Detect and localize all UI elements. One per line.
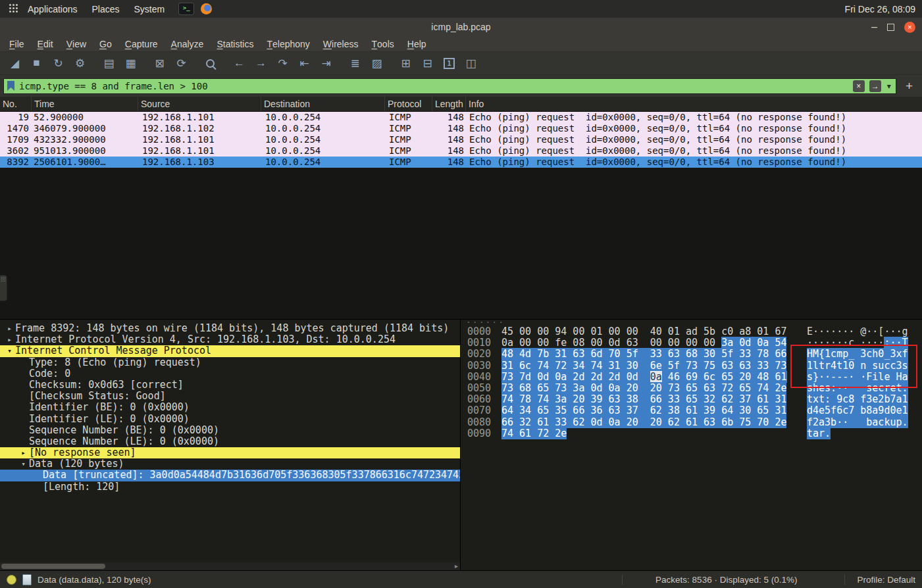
- detail-line[interactable]: Type: 8 (Echo (ping) request): [0, 357, 460, 368]
- packet-row[interactable]: 1952.900000192.168.1.10110.0.0.254ICMP14…: [0, 112, 922, 123]
- save-file-button[interactable]: ▦: [120, 54, 141, 72]
- go-forward-button[interactable]: →: [250, 54, 272, 72]
- menu-file[interactable]: File: [3, 36, 31, 51]
- find-packet-button[interactable]: [199, 54, 221, 72]
- capture-stop-button[interactable]: ■: [26, 54, 47, 72]
- collapse-arrow-icon[interactable]: ▾: [4, 345, 15, 356]
- column-header-no[interactable]: No.: [0, 97, 32, 111]
- filter-add-button[interactable]: +: [900, 79, 919, 93]
- menu-statistics[interactable]: Statistics: [210, 36, 260, 51]
- column-header-destination[interactable]: Destination: [261, 97, 385, 111]
- filter-bookmark-icon[interactable]: [7, 81, 14, 91]
- detail-line[interactable]: ▸[No response seen]: [0, 447, 460, 458]
- panel-menu-applications[interactable]: Applications: [20, 0, 85, 18]
- detail-line[interactable]: Checksum: 0x0d63 [correct]: [0, 380, 460, 391]
- colorize-packets-button[interactable]: ▨: [366, 54, 388, 72]
- packet-row[interactable]: 3602951013.900000192.168.1.10110.0.0.254…: [0, 145, 922, 157]
- go-first-packet-button[interactable]: ⇤: [294, 54, 315, 72]
- panel-menu-system[interactable]: System: [127, 0, 172, 18]
- applications-grid-icon[interactable]: [9, 4, 11, 6]
- go-to-packet-button[interactable]: ↷: [272, 54, 294, 72]
- resize-columns-button[interactable]: ◫: [460, 54, 482, 72]
- hex-row[interactable]: 009074 61 72 2etar.: [461, 428, 922, 439]
- scrollbar-thumb[interactable]: [1, 564, 105, 569]
- hex-row[interactable]: 005073 68 65 73 3a 0d 0a 20 20 73 65 63 …: [461, 383, 922, 394]
- zoom-normal-button[interactable]: 1: [438, 54, 460, 72]
- detail-line[interactable]: [Length: 120]: [0, 481, 460, 493]
- detail-line[interactable]: Identifier (BE): 0 (0x0000): [0, 402, 460, 413]
- capture-start-button[interactable]: ◢: [4, 54, 26, 72]
- filter-apply-button[interactable]: →: [869, 80, 881, 92]
- detail-line[interactable]: Data [truncated]: 3a0d0a54484d7b31636d70…: [0, 470, 460, 481]
- zoom-in-button[interactable]: ⊞: [395, 54, 417, 72]
- detail-line[interactable]: Sequence Number (BE): 0 (0x0000): [0, 425, 460, 436]
- auto-scroll-button[interactable]: ≣: [344, 54, 366, 72]
- menu-wireless[interactable]: Wireless: [317, 36, 365, 51]
- menu-view[interactable]: View: [60, 36, 93, 51]
- expand-arrow-icon[interactable]: ▸: [4, 323, 15, 334]
- go-last-packet-button[interactable]: ⇥: [315, 54, 337, 72]
- close-button[interactable]: ×: [904, 22, 915, 33]
- reload-file-button[interactable]: ⟳: [170, 54, 192, 72]
- detail-line[interactable]: [Checksum Status: Good]: [0, 391, 460, 402]
- go-back-button[interactable]: ←: [228, 54, 250, 72]
- pane-splitter-grip[interactable]: [0, 275, 7, 301]
- column-header-protocol[interactable]: Protocol: [385, 97, 432, 111]
- panel-menu-places[interactable]: Places: [85, 0, 127, 18]
- scroll-right-button[interactable]: ▸: [455, 562, 458, 570]
- expand-arrow-icon[interactable]: ▸: [18, 447, 29, 458]
- column-header-source[interactable]: Source: [138, 97, 261, 111]
- detail-line[interactable]: ▸Frame 8392: 148 bytes on wire (1184 bit…: [0, 323, 460, 334]
- detail-line[interactable]: Identifier (LE): 0 (0x0000): [0, 414, 460, 425]
- capture-restart-button[interactable]: ↻: [47, 54, 69, 72]
- hex-row[interactable]: 003031 6c 74 72 34 74 31 30 6e 5f 73 75 …: [461, 360, 922, 372]
- packet-row[interactable]: 1709432332.900000192.168.1.10110.0.0.254…: [0, 134, 922, 145]
- capture-options-button[interactable]: ⚙: [69, 54, 91, 72]
- column-header-info[interactable]: Info: [466, 97, 922, 111]
- packet-row[interactable]: 83922506101.9000…192.168.1.10310.0.0.254…: [0, 157, 922, 168]
- menu-go[interactable]: Go: [93, 36, 118, 51]
- menu-edit[interactable]: Edit: [31, 36, 60, 51]
- filter-clear-button[interactable]: ×: [853, 80, 865, 92]
- menu-help[interactable]: Help: [401, 36, 433, 51]
- detail-line[interactable]: ▾Internet Control Message Protocol: [0, 345, 460, 356]
- column-header-time[interactable]: Time: [32, 97, 138, 111]
- detail-line[interactable]: ▾Data (120 bytes): [0, 458, 460, 470]
- menu-analyze[interactable]: Analyze: [165, 36, 211, 51]
- hex-row[interactable]: 007064 34 65 35 66 36 63 37 62 38 61 39 …: [461, 405, 922, 416]
- hex-segment: 3a 0d 0a 54: [721, 337, 786, 349]
- filter-dropdown-icon[interactable]: ▾: [887, 82, 891, 91]
- menu-telephony[interactable]: Telephony: [260, 36, 316, 51]
- panel-clock[interactable]: Fri Dec 26, 08:09: [845, 4, 915, 14]
- hex-row[interactable]: 002048 4d 7b 31 63 6d 70 5f 33 63 68 30 …: [461, 349, 922, 360]
- terminal-launcher-icon[interactable]: >_: [178, 3, 194, 15]
- menu-capture[interactable]: Capture: [118, 36, 165, 51]
- hex-row[interactable]: 006074 78 74 3a 20 39 63 38 66 33 65 32 …: [461, 394, 922, 405]
- hex-row[interactable]: 004073 7d 0d 0a 2d 2d 2d 0d 0a 46 69 6c …: [461, 372, 922, 383]
- display-filter-input[interactable]: icmp.type == 8 and frame.len > 100 × → ▾: [3, 78, 896, 94]
- details-horizontal-scrollbar[interactable]: ▸: [0, 562, 461, 570]
- detail-line[interactable]: ▸Internet Protocol Version 4, Src: 192.1…: [0, 334, 460, 345]
- detail-line[interactable]: Code: 0: [0, 368, 460, 380]
- hex-row[interactable]: 008066 32 61 33 62 0d 0a 20 20 62 61 63 …: [461, 417, 922, 428]
- minimize-button[interactable]: –: [871, 24, 877, 30]
- firefox-launcher-icon[interactable]: [201, 3, 212, 14]
- hex-row[interactable]: 00100a 00 00 fe 08 00 0d 63 00 00 00 00 …: [461, 337, 922, 349]
- cell-proto: ICMP: [385, 134, 432, 145]
- packet-row[interactable]: 1470346079.900000192.168.1.10210.0.0.254…: [0, 123, 922, 134]
- hex-row[interactable]: 000045 00 00 94 00 01 00 00 40 01 ad 5b …: [461, 326, 922, 337]
- collapse-arrow-icon[interactable]: ▾: [18, 458, 29, 470]
- close-file-button[interactable]: ⊠: [149, 54, 170, 72]
- zoom-out-button[interactable]: ⊟: [417, 54, 438, 72]
- detail-line[interactable]: Sequence Number (LE): 0 (0x0000): [0, 436, 460, 447]
- status-profile[interactable]: Profile: Default: [844, 575, 915, 585]
- maximize-button[interactable]: [887, 24, 894, 31]
- column-header-length[interactable]: Length: [432, 97, 466, 111]
- filter-expression[interactable]: icmp.type == 8 and frame.len > 100: [19, 81, 848, 91]
- open-file-button[interactable]: ▤: [98, 54, 120, 72]
- menu-tools[interactable]: Tools: [365, 36, 401, 51]
- expand-arrow-icon[interactable]: ▸: [4, 334, 15, 345]
- capture-file-properties-icon[interactable]: [22, 574, 32, 585]
- packet-list-empty-area[interactable]: [0, 168, 922, 319]
- expert-info-icon[interactable]: [7, 575, 16, 585]
